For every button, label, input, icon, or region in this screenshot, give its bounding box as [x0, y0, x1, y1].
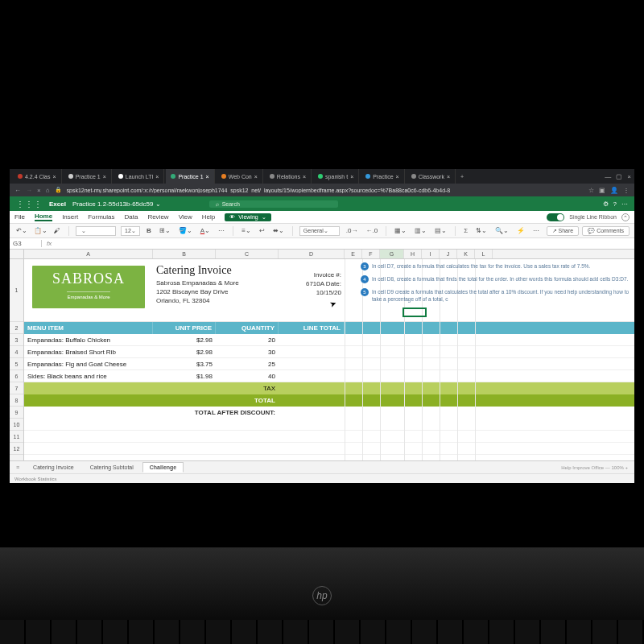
back-icon[interactable]: ←: [14, 187, 21, 194]
tab-formulas[interactable]: Formulas: [88, 213, 114, 221]
close-icon[interactable]: ×: [103, 174, 106, 180]
name-box[interactable]: G3: [10, 240, 42, 247]
row-6[interactable]: 6: [10, 370, 23, 382]
row-11[interactable]: 11: [10, 431, 23, 443]
close-icon[interactable]: ×: [37, 187, 41, 194]
font-color-icon[interactable]: A⌄: [199, 227, 212, 234]
document-name[interactable]: Practice 1.2-55d13b-65dc59 ⌄: [72, 200, 161, 208]
more-font-icon[interactable]: ⋯: [217, 227, 226, 234]
increase-decimal-icon[interactable]: .0→: [345, 227, 360, 234]
row-8[interactable]: 8: [10, 394, 23, 407]
fill-color-icon[interactable]: 🪣⌄: [177, 227, 194, 234]
close-icon[interactable]: ×: [254, 174, 258, 180]
font-family-select[interactable]: ⌄: [76, 226, 116, 236]
tab-7[interactable]: Practice×: [361, 169, 404, 184]
workbook-stats[interactable]: Workbook Statistics: [14, 477, 57, 481]
share-button[interactable]: ↗ Share: [547, 226, 580, 236]
col-a[interactable]: A: [24, 250, 153, 258]
viewing-mode-button[interactable]: 👁Viewing ⌄: [225, 213, 270, 221]
account-icon[interactable]: 👤: [610, 187, 618, 194]
tab-4[interactable]: Web Con×: [217, 169, 263, 184]
comments-button[interactable]: 💬 Comments: [582, 226, 630, 236]
forward-icon[interactable]: →: [26, 187, 32, 194]
search-input[interactable]: ⌕ Search: [209, 200, 338, 208]
more-icon[interactable]: ⋯: [531, 227, 541, 234]
wrap-icon[interactable]: ↩: [258, 227, 266, 234]
row-3[interactable]: 3: [10, 334, 23, 346]
ideas-icon[interactable]: ⚡: [515, 227, 526, 234]
tab-file[interactable]: File: [14, 213, 25, 221]
decrease-decimal-icon[interactable]: ←.0: [364, 227, 379, 234]
format-painter-icon[interactable]: 🖌: [52, 227, 62, 234]
more-icon[interactable]: ⋯: [621, 200, 628, 208]
cast-icon[interactable]: ▣: [599, 187, 605, 194]
col-d[interactable]: D: [279, 250, 345, 258]
conditional-format-icon[interactable]: ▦⌄: [393, 227, 408, 234]
ribbon-toggle[interactable]: [547, 213, 564, 221]
sheet-tab[interactable]: Challenge: [142, 462, 184, 473]
tab-view[interactable]: View: [179, 213, 192, 221]
tab-8[interactable]: Classwork×: [407, 169, 456, 184]
all-sheets-icon[interactable]: ≡: [16, 464, 19, 470]
tab-review[interactable]: Review: [147, 213, 168, 221]
undo-icon[interactable]: ↶⌄: [14, 227, 29, 234]
app-launcher-icon[interactable]: ⋮⋮⋮: [10, 200, 49, 208]
url-field[interactable]: spsk12net-my.sharepoint.com/:x:/r/person…: [67, 188, 584, 193]
close-window-icon[interactable]: ×: [627, 173, 631, 180]
col-k[interactable]: K: [457, 250, 475, 258]
fx-icon[interactable]: fx: [42, 240, 56, 247]
tab-3[interactable]: Practice 1×: [166, 169, 214, 184]
paste-icon[interactable]: 📋⌄: [32, 227, 49, 234]
new-tab-button[interactable]: +: [457, 174, 467, 180]
row-2[interactable]: 2: [10, 322, 23, 334]
row-1[interactable]: 1: [10, 259, 23, 322]
col-b[interactable]: B: [153, 250, 216, 258]
star-icon[interactable]: ☆: [588, 187, 594, 194]
sheet-tab[interactable]: Catering Subtotal: [83, 462, 141, 473]
tab-help[interactable]: Help: [202, 213, 215, 221]
row-9[interactable]: 9: [10, 407, 23, 419]
minimize-icon[interactable]: —: [605, 173, 611, 180]
tab-insert[interactable]: Insert: [62, 213, 78, 221]
sheet-tab[interactable]: Catering Invoice: [26, 462, 81, 473]
tab-1[interactable]: Practice 1×: [64, 169, 112, 184]
close-icon[interactable]: ×: [447, 174, 450, 180]
col-j[interactable]: J: [440, 250, 457, 258]
row-12[interactable]: 12: [10, 443, 23, 455]
col-i[interactable]: I: [422, 250, 440, 258]
close-icon[interactable]: ×: [53, 174, 56, 180]
row-5[interactable]: 5: [10, 358, 23, 370]
tab-6[interactable]: spanish t×: [313, 169, 359, 184]
row-10[interactable]: 10: [10, 419, 23, 431]
home-icon[interactable]: ⌂: [46, 187, 50, 194]
row-7[interactable]: 7: [10, 382, 23, 394]
autosum-icon[interactable]: Σ: [462, 227, 469, 234]
align-icon[interactable]: ≡⌄: [240, 227, 253, 234]
row-4[interactable]: 4: [10, 346, 23, 358]
close-icon[interactable]: ×: [155, 174, 159, 180]
settings-icon[interactable]: ⚙: [603, 200, 609, 208]
col-e[interactable]: E: [345, 250, 362, 258]
close-icon[interactable]: ×: [396, 174, 399, 180]
col-c[interactable]: C: [216, 250, 279, 258]
col-h[interactable]: H: [404, 250, 422, 258]
bold-button[interactable]: B: [145, 227, 153, 234]
tab-0[interactable]: 4.2.4 Clas×: [13, 169, 62, 184]
close-icon[interactable]: ×: [303, 174, 306, 180]
find-icon[interactable]: 🔍⌄: [493, 227, 510, 234]
borders-icon[interactable]: ⊞⌄: [158, 227, 172, 234]
merge-icon[interactable]: ⬌⌄: [271, 227, 286, 234]
tab-5[interactable]: Relations×: [265, 169, 312, 184]
col-g[interactable]: G: [380, 250, 404, 258]
close-icon[interactable]: ×: [350, 174, 353, 180]
font-size-select[interactable]: 12 ⌄: [121, 226, 140, 236]
number-format-select[interactable]: General ⌄: [299, 226, 340, 236]
selected-cell-g3[interactable]: [402, 308, 427, 317]
col-l[interactable]: L: [475, 250, 493, 258]
ribbon-collapse-icon[interactable]: ⌃: [621, 213, 630, 221]
tab-data[interactable]: Data: [124, 213, 138, 221]
maximize-icon[interactable]: ▢: [616, 173, 622, 180]
spreadsheet-grid[interactable]: 1 2 3 4 5 6 7 8 9 10 11 12: [10, 259, 634, 460]
close-icon[interactable]: ×: [206, 174, 209, 180]
cell-styles-icon[interactable]: ▤⌄: [433, 227, 448, 234]
